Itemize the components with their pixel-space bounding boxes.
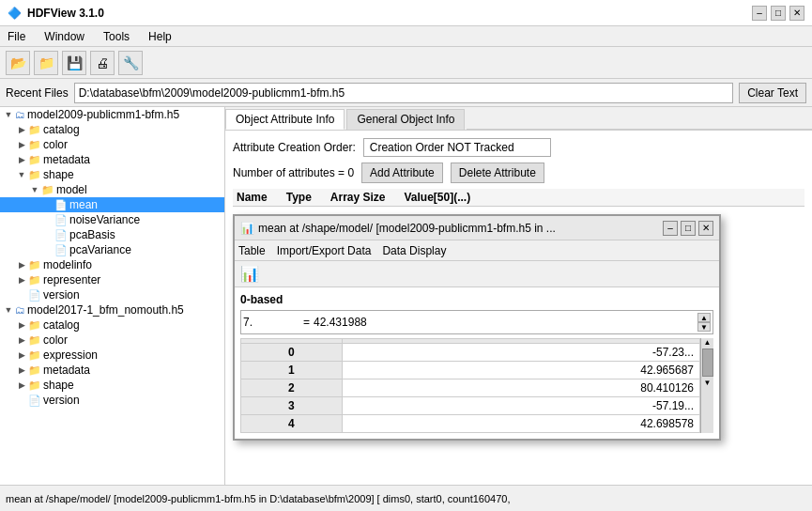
dataset-icon-pcaBasis1: 📄 (54, 229, 68, 241)
dialog-scroll-buttons: ▲ ▼ (697, 313, 711, 332)
tree-item-representer1[interactable]: ▶ 📁 representer (0, 272, 224, 287)
dialog-maximize-btn[interactable]: □ (681, 221, 696, 236)
toolbar: 📂 📁 💾 🖨 🔧 (0, 47, 812, 79)
tree-item-metadata2[interactable]: ▶ 📁 metadata (0, 363, 224, 378)
dialog-menu-display[interactable]: Data Display (382, 244, 446, 257)
status-text: mean at /shape/model/ [model2009-publicm… (6, 493, 510, 504)
file-icon-2: 🗂 (15, 304, 25, 316)
folder-icon-modelinfo1: 📁 (28, 259, 41, 271)
attr-content: Attribute Creation Order: Creation Order… (225, 131, 812, 214)
num-attributes-row: Number of attributes = 0 Add Attribute D… (233, 163, 804, 183)
dialog-scroll-down[interactable]: ▼ (697, 322, 711, 332)
tree-item-shape2[interactable]: ▶ 📁 shape (0, 378, 224, 393)
expand-arrow-file2: ▼ (2, 305, 15, 315)
toolbar-open-btn[interactable]: 📂 (6, 51, 30, 75)
table-row: 3 -57.19... (241, 397, 700, 415)
tree-label-representer1: representer (43, 273, 100, 286)
tab-spacer (467, 109, 812, 130)
tree-label-metadata2: metadata (43, 364, 90, 377)
tree-label-mean1: mean (69, 198, 98, 211)
tree-item-catalog1[interactable]: ▶ 📁 catalog (0, 122, 224, 137)
tree-label-expression2: expression (43, 348, 98, 362)
tree-item-color2[interactable]: ▶ 📁 color (0, 333, 224, 348)
dialog-controls: – □ ✕ (663, 221, 713, 236)
expand-arrow-mean1 (41, 200, 54, 209)
tree-label-metadata1: metadata (43, 153, 90, 166)
expand-arrow-shape1: ▼ (15, 170, 28, 179)
tree-item-version2[interactable]: 📄 version (0, 393, 224, 408)
tree-label-modelinfo1: modelinfo (43, 258, 92, 271)
delete-attribute-button[interactable]: Delete Attribute (451, 163, 544, 183)
row-value-4[interactable]: 42.698578 (342, 415, 699, 433)
row-value-2[interactable]: 80.410126 (342, 379, 699, 397)
dialog-0based-label: 0-based (240, 293, 713, 306)
row-index-1: 1 (241, 362, 343, 379)
tree-item-file2[interactable]: ▼ 🗂 model2017-1_bfm_nomouth.h5 (0, 302, 224, 317)
folder-icon-color2: 📁 (28, 334, 41, 347)
tree-label-pcaVariance1: pcaVariance (69, 243, 131, 256)
tree-item-version1a[interactable]: 📄 version (0, 287, 224, 302)
tree-item-shape1[interactable]: ▼ 📁 shape (0, 167, 224, 182)
num-attributes-label: Number of attributes = 0 (233, 166, 354, 179)
tree-label-file2: model2017-1_bfm_nomouth.h5 (27, 303, 184, 317)
expand-arrow-model1: ▼ (28, 185, 41, 194)
row-value-1[interactable]: 42.965687 (342, 362, 699, 379)
tree-item-pcaVariance1[interactable]: 📄 pcaVariance (0, 242, 224, 257)
dataset-icon-mean1: 📄 (54, 199, 68, 211)
folder-icon-metadata2: 📁 (28, 364, 41, 377)
dialog-equals: = (303, 316, 310, 329)
col-header-name: Name (237, 191, 268, 204)
tree-item-pcaBasis1[interactable]: 📄 pcaBasis (0, 227, 224, 242)
tree-item-noiseVariance1[interactable]: 📄 noiseVariance (0, 212, 224, 227)
vscroll-up-arrow[interactable]: ▲ (704, 338, 712, 347)
row-index-0: 0 (241, 344, 343, 362)
dialog-vscroll[interactable]: ▲ ▼ (700, 338, 713, 433)
path-input[interactable] (74, 83, 733, 103)
tab-object-attr[interactable]: Object Attribute Info (225, 109, 345, 130)
menu-window[interactable]: Window (40, 29, 88, 44)
toolbar-print-btn[interactable]: 🖨 (90, 51, 115, 75)
tree-item-mean1[interactable]: 📄 mean (0, 197, 224, 212)
tree-label-shape2: shape (43, 379, 74, 392)
row-value-3[interactable]: -57.19... (342, 397, 699, 415)
row-value-0[interactable]: -57.23... (342, 344, 699, 362)
dialog-value-input[interactable] (314, 316, 694, 329)
vscroll-thumb[interactable] (702, 348, 713, 377)
tree-item-color1[interactable]: ▶ 📁 color (0, 137, 224, 152)
tree-item-modelinfo1[interactable]: ▶ 📁 modelinfo (0, 257, 224, 272)
title-bar-controls: – □ ✕ (752, 6, 804, 21)
menu-help[interactable]: Help (145, 29, 176, 44)
menu-tools[interactable]: Tools (100, 29, 133, 44)
dialog-title-bar: 📊 mean at /shape/model/ [model2009-publi… (235, 216, 719, 240)
folder-icon-catalog2: 📁 (28, 319, 41, 332)
dialog-close-btn[interactable]: ✕ (698, 221, 713, 236)
dialog-scroll-up[interactable]: ▲ (697, 313, 711, 322)
dialog-menu-import[interactable]: Import/Export Data (277, 244, 372, 257)
title-bar-left: 🔷 HDFView 3.1.0 (8, 7, 104, 20)
dialog-menu-table[interactable]: Table (238, 244, 266, 257)
chart-icon[interactable]: 📊 (240, 265, 259, 283)
dialog-minimize-btn[interactable]: – (663, 221, 678, 236)
clear-text-button[interactable]: Clear Text (739, 83, 806, 103)
tree-item-model1[interactable]: ▼ 📁 model (0, 182, 224, 197)
vscroll-down-arrow[interactable]: ▼ (704, 379, 712, 387)
minimize-button[interactable]: – (752, 6, 767, 21)
tree-item-expression2[interactable]: ▶ 📁 expression (0, 348, 224, 363)
toolbar-save-btn[interactable]: 💾 (62, 51, 86, 75)
maximize-button[interactable]: □ (771, 6, 786, 21)
expand-arrow-pcaBasis1 (41, 230, 54, 240)
close-button[interactable]: ✕ (789, 6, 804, 21)
data-table: 0 -57.23... 1 42.965687 2 80.410126 3 (240, 338, 700, 433)
tree-item-catalog2[interactable]: ▶ 📁 catalog (0, 317, 224, 333)
tree-label-noise1: noiseVariance (69, 213, 140, 226)
toolbar-new-btn[interactable]: 📁 (34, 51, 58, 75)
tree-item-file1[interactable]: ▼ 🗂 model2009-publicmm1-bfm.h5 (0, 107, 224, 122)
add-attribute-button[interactable]: Add Attribute (361, 163, 443, 183)
expand-arrow-catalog1: ▶ (15, 125, 28, 134)
dialog-index-input[interactable] (243, 316, 299, 329)
toolbar-settings-btn[interactable]: 🔧 (118, 51, 143, 75)
tab-general-object[interactable]: General Object Info (346, 109, 465, 130)
tree-label-pcaBasis1: pcaBasis (69, 228, 115, 241)
menu-file[interactable]: File (4, 29, 29, 44)
tree-item-metadata1[interactable]: ▶ 📁 metadata (0, 152, 224, 167)
